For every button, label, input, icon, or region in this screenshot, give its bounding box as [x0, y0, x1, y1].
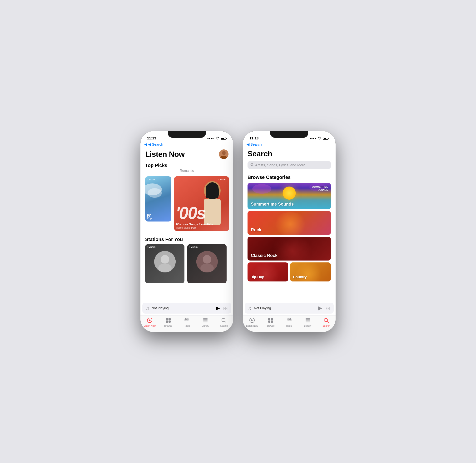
search-magnifier-icon: [250, 163, 254, 167]
category-classic-rock[interactable]: Classic Rock: [248, 237, 331, 260]
now-playing-bar-right[interactable]: ♫ Not Playing ▶ ⏭: [245, 303, 334, 314]
browse-categories-title: Browse Categories: [248, 175, 331, 180]
notch-left: [168, 131, 206, 138]
category-hiphop[interactable]: Hip-Hop: [248, 262, 288, 281]
tab-library-right[interactable]: Library: [298, 318, 317, 327]
svg-rect-19: [203, 319, 207, 320]
tab-browse-left[interactable]: Browse: [159, 318, 178, 327]
card-1-label: py: [147, 213, 170, 217]
tab-label-search-right: Search: [323, 325, 330, 327]
listen-now-icon-right: [249, 318, 255, 324]
summertime-badge: SUMMERTIMESOUNDS: [312, 185, 328, 192]
apple-logo-s1: : [147, 246, 148, 248]
tab-search-left[interactable]: Search: [215, 318, 233, 327]
tab-listen-now-right[interactable]: Listen Now: [243, 318, 261, 327]
tab-search-right[interactable]: Search: [317, 318, 336, 327]
listen-now-icon-left: [147, 318, 153, 324]
station-card-2[interactable]:  MUSIC: [187, 244, 227, 283]
svg-rect-29: [268, 318, 270, 320]
tab-label-listen-now-right: Listen Now: [246, 325, 258, 327]
category-rock[interactable]: Rock: [248, 211, 331, 235]
tab-label-browse-left: Browse: [164, 325, 172, 327]
notch-right: [270, 131, 308, 138]
card-1-sublabel: Pop: [147, 217, 170, 220]
oos-overlay-text: '00s: [176, 206, 205, 220]
browse-categories-header: Browse Categories: [243, 172, 336, 182]
card-00s[interactable]: '00s  MUSIC 00s Love Songs Essentials A…: [174, 176, 229, 231]
svg-point-33: [289, 320, 290, 321]
rock-blob: [272, 212, 308, 235]
search-input-container[interactable]: Artists, Songs, Lyrics, and More: [248, 161, 331, 169]
tab-listen-now-left[interactable]: Listen Now: [140, 318, 159, 327]
svg-rect-14: [169, 318, 171, 320]
search-icon-right: [323, 318, 329, 324]
svg-rect-16: [169, 321, 171, 323]
tab-label-search-left: Search: [220, 325, 228, 327]
screen-right: 11:13 ●●●● ◀ Search: [243, 131, 336, 332]
svg-rect-18: [203, 318, 207, 319]
listen-now-header: Listen Now: [140, 148, 233, 162]
classic-rock-label: Classic Rock: [251, 253, 278, 258]
tab-library-left[interactable]: Library: [196, 318, 215, 327]
now-playing-bar-left[interactable]: ♫ Not Playing ▶ ⏭: [142, 303, 231, 314]
skip-button-right[interactable]: ⏭: [326, 305, 330, 311]
top-picks-subtitle: Romantic: [145, 168, 228, 174]
tab-label-radio-left: Radio: [184, 325, 190, 327]
svg-point-1: [222, 151, 226, 155]
tab-label-listen-now-left: Listen Now: [144, 325, 155, 327]
svg-rect-13: [166, 318, 168, 320]
svg-rect-34: [305, 318, 310, 319]
tab-browse-right[interactable]: Browse: [261, 318, 280, 327]
svg-line-40: [327, 321, 328, 323]
now-playing-text-left: Not Playing: [152, 306, 214, 310]
tab-bar-left: Listen Now Browse: [140, 315, 233, 332]
category-summertime[interactable]: SUMMERTIMESOUNDS Summertime Sounds: [248, 183, 331, 209]
now-playing-controls-left: ▶ ⏭: [216, 305, 228, 311]
svg-marker-12: [149, 319, 151, 321]
stations-header: Stations For You: [140, 235, 233, 243]
top-picks-header: Top Picks Romantic: [140, 162, 233, 174]
search-title: Search: [248, 149, 331, 158]
battery-icon-left: [221, 137, 227, 140]
card-00s-subtitle: Apple Music Pop: [176, 226, 227, 229]
wifi-icon-left: [216, 137, 219, 140]
svg-rect-15: [166, 321, 168, 323]
svg-point-9: [203, 255, 211, 264]
signal-icon-left: ●●●●: [207, 137, 214, 140]
tab-label-browse-right: Browse: [267, 325, 274, 327]
stations-title: Stations For You: [145, 237, 228, 242]
svg-rect-36: [305, 320, 310, 321]
station-card-1[interactable]:  MUSIC: [145, 244, 184, 283]
tab-label-radio-right: Radio: [286, 325, 292, 327]
play-button-right[interactable]: ▶: [318, 305, 322, 311]
search-header: Search Artists, Songs, Lyrics, and More: [243, 148, 336, 172]
apple-music-badge-2:  MUSIC: [218, 178, 227, 181]
category-country[interactable]: Country: [290, 262, 331, 281]
wifi-icon-right: [318, 137, 322, 140]
svg-rect-31: [268, 321, 270, 323]
library-icon-right: [305, 318, 311, 324]
svg-point-17: [187, 320, 187, 321]
stations-row:  MUSIC  MUSIC: [140, 243, 233, 286]
classic-rock-name: Classic Rock: [251, 253, 278, 258]
tab-radio-right[interactable]: Radio: [280, 318, 298, 327]
card-romantic[interactable]:  MUSIC py Pop: [145, 176, 171, 222]
browse-icon-right: [268, 318, 273, 324]
svg-rect-38: [305, 322, 310, 322]
back-nav-right[interactable]: ◀ Search: [243, 142, 336, 148]
play-button-left[interactable]: ▶: [216, 305, 220, 311]
now-playing-text-right: Not Playing: [254, 306, 316, 310]
apple-logo-1: : [147, 178, 148, 181]
search-icon-left: [221, 318, 227, 324]
back-nav-left[interactable]: ◀ ◀ Search: [140, 142, 233, 148]
svg-rect-35: [305, 319, 310, 320]
station-badge-1:  MUSIC: [147, 246, 155, 248]
rock-label: Rock: [251, 227, 261, 232]
skip-button-left[interactable]: ⏭: [223, 305, 228, 311]
back-label-right: Search: [250, 142, 262, 146]
avatar[interactable]: [219, 149, 228, 159]
station-circle-1: [154, 251, 176, 272]
svg-line-24: [225, 321, 226, 323]
tab-radio-left[interactable]: Radio: [178, 318, 196, 327]
station-circle-2: [196, 251, 218, 272]
